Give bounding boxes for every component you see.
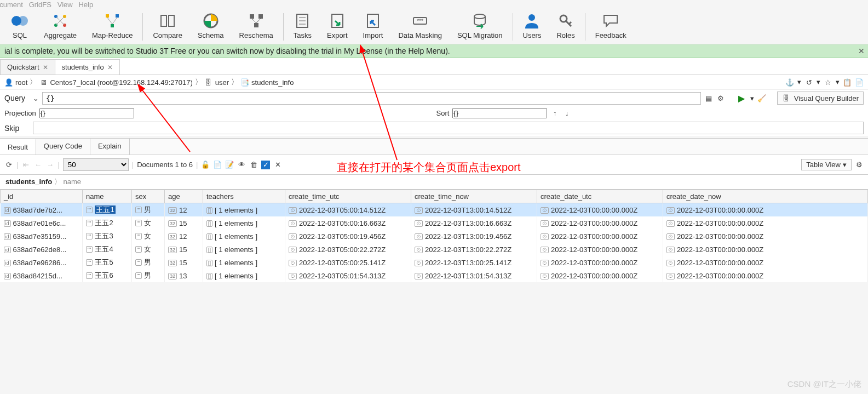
- paste-icon[interactable]: 📄: [855, 78, 864, 87]
- skip-input[interactable]: [33, 122, 864, 134]
- server-icon: 🖥: [39, 78, 48, 87]
- query-input[interactable]: [42, 92, 701, 105]
- sql-migration-button[interactable]: SQL Migration: [450, 11, 510, 41]
- map-reduce-icon: [104, 12, 121, 30]
- aggregate-button[interactable]: Aggregate: [36, 11, 84, 41]
- svg-line-11: [107, 18, 112, 24]
- breadcrumb-host[interactable]: Centos7_local (root@192.168.124.49:27017…: [50, 78, 192, 87]
- separator: [283, 13, 284, 41]
- col-ctn[interactable]: create_time_now: [411, 190, 537, 203]
- close-icon[interactable]: ✕: [107, 64, 113, 71]
- gear-icon[interactable]: ⚙: [855, 161, 864, 169]
- col-cdn[interactable]: create_date_now: [663, 190, 868, 203]
- col-cdu[interactable]: create_date_utc: [537, 190, 663, 203]
- database-icon: 🗄: [204, 78, 213, 87]
- skip-label: Skip: [4, 124, 30, 133]
- svg-rect-8: [106, 14, 109, 18]
- cancel-icon[interactable]: ✕: [273, 161, 282, 169]
- list-icon[interactable]: ▤: [704, 94, 713, 102]
- star-icon[interactable]: ☆: [824, 78, 832, 87]
- tab-query-code[interactable]: Query Code: [36, 139, 90, 155]
- users-button[interactable]: Users: [515, 11, 549, 41]
- prev-page-icon[interactable]: ←: [33, 161, 42, 169]
- arrow-up-icon[interactable]: ↑: [550, 109, 559, 118]
- tab-explain[interactable]: Explain: [90, 139, 130, 155]
- col-age[interactable]: age: [165, 190, 203, 203]
- col-id[interactable]: _id: [1, 190, 83, 203]
- document-tabs: Quickstart ✕ students_info ✕: [0, 58, 868, 75]
- refresh-icon[interactable]: ⟳: [4, 161, 13, 169]
- reschema-button[interactable]: Reschema: [232, 11, 281, 41]
- export-button[interactable]: Export: [319, 11, 355, 41]
- tab-quickstart[interactable]: Quickstart ✕: [0, 59, 55, 75]
- table-row[interactable]: id638ad84215d...""王五6""男3213[][ 1 elemen…: [1, 269, 868, 282]
- svg-rect-9: [116, 14, 119, 18]
- view-selector[interactable]: Table View▾: [801, 159, 852, 170]
- breadcrumb-user[interactable]: root: [15, 78, 27, 87]
- sql-button[interactable]: SQL: [3, 11, 36, 41]
- map-reduce-button[interactable]: Map-Reduce: [84, 11, 140, 41]
- arrow-down-icon[interactable]: ↓: [562, 109, 571, 118]
- banner-close[interactable]: ✕: [858, 47, 865, 55]
- lock-icon[interactable]: 🔓: [201, 161, 210, 169]
- visual-query-builder-button[interactable]: 🗄 Visual Query Builder: [777, 92, 864, 105]
- close-icon[interactable]: ✕: [43, 64, 48, 71]
- trial-banner: ial is complete, you will be switched to…: [0, 44, 868, 58]
- schema-icon: [202, 12, 220, 30]
- anchor-icon[interactable]: ⚓: [785, 78, 794, 87]
- tab-result[interactable]: Result: [0, 139, 36, 155]
- table-row[interactable]: id638ad7e01e6c...""王五2""女3215[][ 1 eleme…: [1, 216, 868, 230]
- col-sex[interactable]: sex: [132, 190, 165, 203]
- check-icon[interactable]: ✓: [261, 161, 270, 169]
- projection-sort-row: Projection Sort ↑ ↓: [0, 106, 868, 120]
- history-icon[interactable]: ↺: [804, 78, 813, 87]
- banner-text: ial is complete, you will be switched to…: [4, 47, 450, 55]
- schema-button[interactable]: Schema: [190, 11, 232, 41]
- copy-icon[interactable]: 📋: [843, 78, 852, 87]
- svg-point-30: [528, 14, 535, 21]
- breadcrumb-db[interactable]: user: [215, 78, 229, 87]
- sql-icon: [11, 12, 28, 30]
- import-button[interactable]: Import: [355, 11, 391, 41]
- first-page-icon[interactable]: ⇤: [21, 161, 30, 169]
- add-doc-icon[interactable]: 📄: [213, 161, 222, 169]
- run-button[interactable]: ▶: [736, 93, 747, 104]
- tasks-button[interactable]: Tasks: [286, 11, 319, 41]
- users-icon: [523, 12, 541, 30]
- breadcrumb-bar: 👤 root〉 🖥 Centos7_local (root@192.168.12…: [0, 75, 868, 90]
- roles-button[interactable]: Roles: [549, 11, 582, 41]
- view-doc-icon[interactable]: 👁: [237, 161, 246, 169]
- aggregate-icon: [51, 12, 69, 30]
- col-name[interactable]: name: [83, 190, 132, 203]
- feedback-button[interactable]: Feedback: [588, 11, 634, 41]
- import-icon: [364, 12, 382, 30]
- compare-button[interactable]: Compare: [145, 11, 189, 41]
- table-row[interactable]: id638ad7e96286...""王五5""男3215[][ 1 eleme…: [1, 256, 868, 269]
- delete-doc-icon[interactable]: 🗑: [249, 161, 258, 169]
- svg-line-19: [252, 19, 256, 23]
- gear-icon[interactable]: ⚙: [716, 94, 725, 102]
- chevron-down-icon[interactable]: ⌄: [33, 94, 39, 102]
- next-page-icon[interactable]: →: [45, 161, 54, 169]
- annotation-text: 直接在打开的某个集合页面点击export: [337, 160, 521, 175]
- tab-students-info[interactable]: students_info ✕: [55, 59, 120, 75]
- table-row[interactable]: id638ad7de7b2...""王五1""男3212[][ 1 elemen…: [1, 203, 868, 217]
- data-masking-button[interactable]: *** Data Masking: [390, 11, 449, 41]
- query-row: Query ⌄ ▤ ⚙ ▶▾ 🧹 🗄 Visual Query Builder: [0, 90, 868, 106]
- svg-point-1: [18, 16, 28, 26]
- projection-input[interactable]: [39, 108, 134, 118]
- documents-count: Documents 1 to 6: [137, 161, 193, 169]
- table-row[interactable]: id638ad7e35159...""王五3""女3212[][ 1 eleme…: [1, 230, 868, 243]
- user-icon: 👤: [4, 78, 13, 87]
- col-teachers[interactable]: teachers: [203, 190, 285, 203]
- clear-icon[interactable]: 🧹: [757, 94, 766, 102]
- menu-partial: ocument GridFS View Help: [0, 1, 93, 9]
- table-row[interactable]: id638ad7e62de8...""王五4""女3215[][ 1 eleme…: [1, 243, 868, 256]
- compare-icon: [159, 12, 176, 30]
- edit-doc-icon[interactable]: 📝: [225, 161, 234, 169]
- col-ctu[interactable]: create_time_utc: [285, 190, 411, 203]
- chevron-down-icon[interactable]: ▾: [750, 94, 754, 102]
- sort-input[interactable]: [452, 108, 547, 118]
- breadcrumb-collection[interactable]: students_info: [251, 78, 294, 87]
- page-size-select[interactable]: 50: [63, 158, 129, 171]
